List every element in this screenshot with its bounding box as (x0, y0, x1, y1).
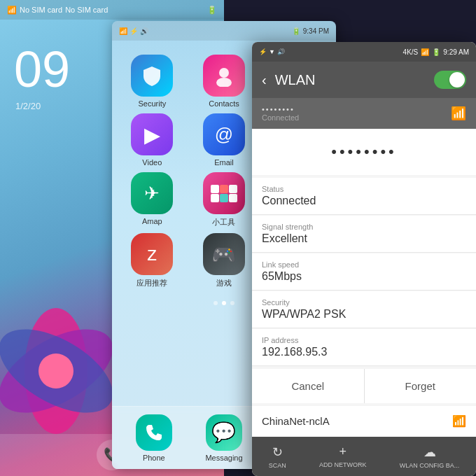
app-apps-rec[interactable]: z 应用推荐 (119, 233, 186, 288)
back-status-right: 🔋 (207, 6, 217, 15)
contacts-icon[interactable] (203, 55, 245, 97)
sim-icon: 📶 (7, 6, 17, 15)
dock-phone[interactable]: Phone (136, 414, 172, 462)
app-security[interactable]: Security (119, 55, 186, 108)
detail-security-value: WPA/WPA2 PSK (262, 308, 466, 321)
front-battery-icon: 🔋 (432, 48, 440, 56)
detail-status: Status Connected (252, 178, 476, 215)
other-network[interactable]: ChinaNet-nclA 📶 (252, 406, 476, 436)
wlan-title: WLAN (275, 72, 426, 88)
dock-phone-label: Phone (143, 454, 165, 462)
wlan-config-icon: ☁ (424, 444, 436, 460)
games2-icon[interactable]: 🎮 (203, 233, 245, 275)
apps-rec-icon[interactable]: z (131, 233, 173, 275)
app-amap[interactable]: ✈ Amap (119, 172, 186, 227)
detail-speed: Link speed 65Mbps (252, 253, 476, 290)
video-icon[interactable]: ▶ (131, 113, 173, 155)
mid-status-right: 🔋 9:34 PM (292, 27, 329, 35)
network-details: Status Connected Signal strength Excelle… (252, 178, 476, 366)
scan-button[interactable]: ↻ SCAN (269, 444, 286, 469)
mid-battery-icon: 🔋 (292, 27, 300, 35)
detail-status-label: Status (262, 185, 466, 193)
other-network-name: ChinaNet-nclA (262, 415, 330, 427)
front-phone: ⚡ ▼ 🔊 4K/S 📶 🔋 9:29 AM ‹ WLAN •••••••• C… (252, 42, 476, 476)
detail-security-label: Security (262, 298, 466, 307)
detail-ip-label: IP address (262, 336, 466, 344)
detail-signal-value: Excellent (262, 232, 466, 245)
back-nosim2: No SIM card (65, 6, 108, 14)
mid-time: 9:34 PM (303, 27, 329, 35)
security-label: Security (138, 99, 166, 108)
tools-icon[interactable] (203, 172, 245, 214)
apps-rec-label: 应用推荐 (136, 278, 167, 288)
dot-3 (230, 301, 234, 305)
amap-icon[interactable]: ✈ (131, 172, 173, 214)
back-button[interactable]: ‹ (262, 72, 267, 88)
security-icon[interactable] (131, 55, 173, 97)
wlan-config-button[interactable]: ☁ WLAN CONFIG BA... (400, 444, 460, 469)
svg-point-5 (216, 78, 232, 87)
svg-point-3 (38, 354, 74, 388)
app-games2[interactable]: 🎮 游戏 (191, 233, 258, 288)
email-label: Email (214, 158, 234, 167)
front-vol-icon: 🔊 (277, 48, 285, 55)
dot-1 (214, 301, 218, 305)
app-video[interactable]: ▶ Video (119, 113, 186, 167)
app-contacts[interactable]: Contacts (191, 55, 258, 108)
wlan-header: ‹ WLAN (252, 62, 476, 98)
dot-2 (222, 301, 226, 305)
mid-status-bar: 📶 ⚡ 🔊 🔋 9:34 PM (112, 21, 336, 41)
detail-speed-label: Link speed (262, 260, 466, 269)
password-dialog: •••••••• (252, 129, 476, 175)
password-display: •••••••• (262, 143, 466, 161)
front-status-bar: ⚡ ▼ 🔊 4K/S 📶 🔋 9:29 AM (252, 42, 476, 62)
detail-ip-value: 192.168.95.3 (262, 346, 466, 358)
connected-network-bar[interactable]: •••••••• Connected 📶 (252, 98, 476, 129)
games2-label: 游戏 (216, 278, 232, 288)
front-usb-icon: ⚡ (259, 48, 267, 55)
contacts-label: Contacts (209, 99, 239, 108)
front-signal-icon: ▼ (269, 48, 275, 55)
back-status-bar: 📶 No SIM card No SIM card 🔋 (0, 0, 224, 20)
app-email[interactable]: @ Email (191, 113, 258, 167)
mid-status-left: 📶 ⚡ 🔊 (119, 27, 148, 35)
detail-speed-value: 65Mbps (262, 270, 466, 283)
front-status-right: 4K/S 📶 🔋 9:29 AM (403, 48, 469, 56)
cancel-button[interactable]: Cancel (252, 369, 365, 403)
front-status-left: ⚡ ▼ 🔊 (259, 48, 285, 55)
back-nosim1: No SIM card (20, 6, 62, 14)
tools-label: 小工具 (212, 217, 235, 227)
amap-label: Amap (142, 217, 162, 225)
add-network-label: ADD NETWORK (319, 461, 367, 468)
mid-signal-icon: 📶 (119, 27, 127, 35)
add-network-icon: + (339, 444, 346, 459)
detail-signal-label: Signal strength (262, 223, 466, 231)
back-time-text: 09 (14, 41, 70, 97)
dock-messaging-icon[interactable]: 💬 (206, 414, 242, 451)
wifi-password-dots: •••••••• (262, 105, 299, 113)
svg-point-4 (219, 68, 229, 78)
detail-status-value: Connected (262, 195, 466, 207)
other-network-wifi-icon: 📶 (452, 414, 466, 428)
dock-messaging-label: Messaging (205, 454, 242, 462)
forget-button[interactable]: Forget (365, 369, 477, 403)
detail-signal: Signal strength Excellent (252, 216, 476, 253)
wlan-config-label: WLAN CONFIG BA... (400, 462, 460, 469)
app-tools[interactable]: 小工具 (191, 172, 258, 227)
front-time: 9:29 AM (443, 48, 469, 56)
wifi-signal-icon: 📶 (451, 106, 466, 121)
wlan-toggle[interactable] (434, 71, 466, 89)
email-icon[interactable]: @ (203, 113, 245, 155)
dock-phone-icon[interactable] (136, 414, 172, 451)
connected-status: Connected (262, 113, 299, 122)
detail-security: Security WPA/WPA2 PSK (252, 291, 476, 328)
mid-usb-icon: ⚡ (130, 27, 138, 35)
battery-icon: 🔋 (207, 6, 217, 14)
mid-vol-icon: 🔊 (140, 27, 148, 35)
scan-icon: ↻ (272, 444, 283, 460)
front-speed: 4K/S (403, 48, 419, 56)
front-wifi-icon: 📶 (421, 48, 429, 56)
add-network-button[interactable]: + ADD NETWORK (319, 444, 367, 468)
dock-messaging[interactable]: 💬 Messaging (205, 414, 242, 462)
bottom-toolbar: ↻ SCAN + ADD NETWORK ☁ WLAN CONFIG BA... (252, 437, 476, 476)
